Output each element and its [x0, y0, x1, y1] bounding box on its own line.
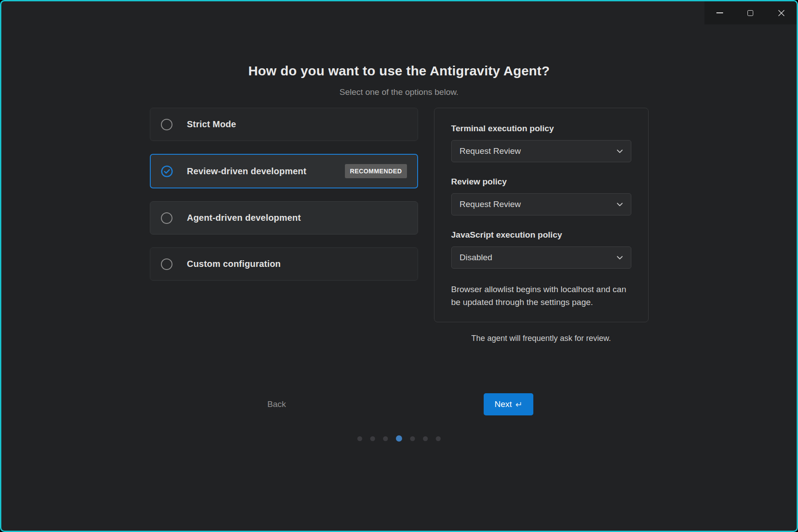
- close-icon: [778, 9, 785, 17]
- review-frequency-hint: The agent will frequently ask for review…: [434, 334, 649, 343]
- option-review-driven-development[interactable]: Review-driven development RECOMMENDED: [150, 154, 418, 188]
- progress-dot[interactable]: [383, 436, 388, 441]
- progress-dot[interactable]: [423, 436, 428, 441]
- progress-dot[interactable]: [410, 436, 415, 441]
- minimize-button[interactable]: [704, 1, 735, 24]
- policy-panel: Terminal execution policy Request Review…: [434, 108, 649, 322]
- review-policy-value: Request Review: [460, 200, 521, 209]
- chevron-down-icon: [617, 203, 623, 207]
- progress-dot[interactable]: [370, 436, 375, 441]
- policy-column: Terminal execution policy Request Review…: [434, 108, 649, 343]
- terminal-policy-value: Request Review: [460, 146, 521, 156]
- enter-key-icon: ↵: [516, 399, 523, 410]
- minimize-icon: [716, 12, 723, 13]
- back-button[interactable]: Back: [254, 397, 299, 411]
- radio-unselected-icon: [161, 258, 172, 270]
- radio-unselected-icon: [161, 212, 172, 224]
- wizard-window: How do you want to use the Antigravity A…: [0, 0, 798, 532]
- maximize-button[interactable]: [735, 1, 766, 24]
- js-policy-value: Disabled: [460, 253, 493, 262]
- option-agent-driven-development[interactable]: Agent-driven development: [150, 201, 418, 235]
- terminal-policy-select[interactable]: Request Review: [451, 140, 631, 162]
- page-subtitle: Select one of the options below.: [1, 87, 797, 97]
- maximize-icon: [747, 10, 753, 16]
- review-policy-select[interactable]: Request Review: [451, 193, 631, 215]
- allowlist-note: Browser allowlist begins with localhost …: [451, 283, 631, 309]
- option-label: Custom configuration: [187, 259, 281, 269]
- option-strict-mode[interactable]: Strict Mode: [150, 108, 418, 141]
- js-policy-label: JavaScript execution policy: [451, 230, 631, 240]
- progress-dot-active[interactable]: [396, 435, 402, 442]
- chevron-down-icon: [617, 256, 623, 260]
- option-label: Strict Mode: [187, 119, 236, 129]
- option-custom-configuration[interactable]: Custom configuration: [150, 247, 418, 281]
- close-button[interactable]: [766, 1, 797, 24]
- titlebar-controls: [704, 1, 797, 24]
- review-policy-label: Review policy: [451, 176, 631, 187]
- js-policy-select[interactable]: Disabled: [451, 246, 631, 269]
- main-columns: Strict Mode Review-driven development RE…: [1, 108, 797, 343]
- page-title: How do you want to use the Antigravity A…: [1, 63, 797, 78]
- chevron-down-icon: [617, 149, 623, 153]
- radio-checked-icon: [161, 165, 173, 177]
- recommended-badge: RECOMMENDED: [345, 164, 407, 178]
- progress-dots: [1, 435, 797, 442]
- radio-unselected-icon: [161, 119, 172, 130]
- next-button-label: Next: [495, 399, 512, 409]
- option-label: Review-driven development: [187, 166, 307, 176]
- progress-dot[interactable]: [357, 436, 362, 441]
- progress-dot[interactable]: [436, 436, 441, 441]
- mode-options-list: Strict Mode Review-driven development RE…: [150, 108, 418, 343]
- next-button[interactable]: Next ↵: [484, 393, 533, 415]
- terminal-policy-label: Terminal execution policy: [451, 123, 631, 134]
- option-label: Agent-driven development: [187, 213, 301, 223]
- wizard-content: How do you want to use the Antigravity A…: [1, 1, 797, 343]
